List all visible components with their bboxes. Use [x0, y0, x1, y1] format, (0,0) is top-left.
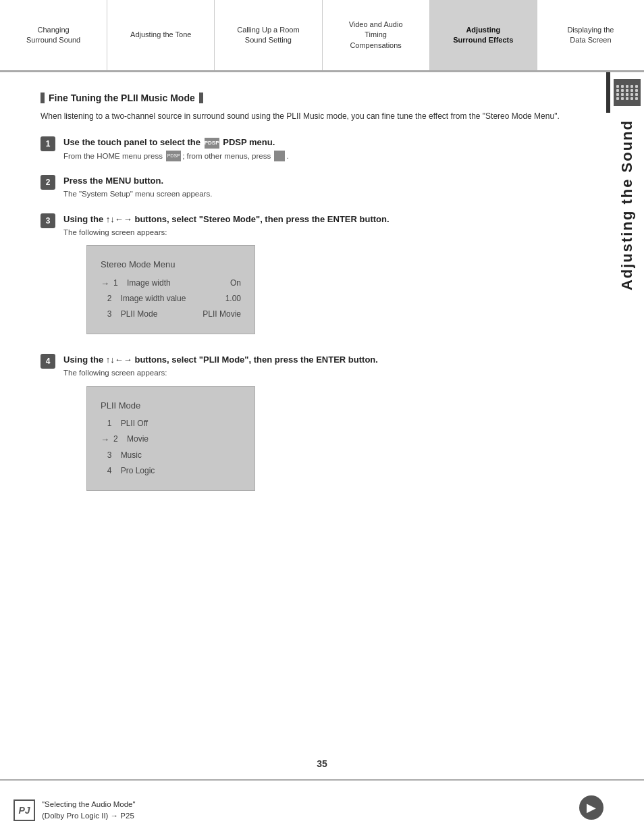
label-plii-2: Movie — [127, 432, 241, 447]
num-plii-1: 1 — [107, 417, 117, 431]
tab-adjusting-surround[interactable]: Adjusting Surround Effects — [430, 0, 537, 70]
step-3-sub: The following screen appears: — [63, 227, 603, 238]
label-plii-1: PLII Off — [121, 417, 241, 431]
value-2: 1.00 — [225, 292, 241, 307]
label-3: PLII Mode — [121, 307, 199, 322]
label-1: Image width — [127, 276, 226, 291]
screen-item-plii-1: 1 PLII Off — [101, 416, 241, 431]
step-1: 1 Use the touch panel to select the PDSP… — [41, 136, 603, 162]
step-1-main: Use the touch panel to select the PDSP P… — [63, 136, 603, 149]
step-4-sub: The following screen appears: — [63, 367, 603, 379]
arrow-3 — [101, 307, 103, 322]
top-navigation: Changing Surround Sound Adjusting the To… — [0, 0, 644, 72]
step-number-4: 4 — [41, 354, 55, 369]
tab-calling-room[interactable]: Calling Up a Room Sound Setting — [215, 0, 322, 70]
screen-item-1: → 1 Image width On — [101, 275, 241, 291]
num-2: 2 — [107, 292, 117, 307]
bottom-text: "Selecting the Audio Mode" (Dolby Pro Lo… — [42, 799, 136, 822]
screen-item-plii-3: 3 Music — [101, 448, 241, 463]
screen-item-3: 3 PLII Mode PLII Movie — [101, 307, 241, 322]
value-3: PLII Movie — [203, 307, 241, 322]
num-plii-4: 4 — [107, 464, 117, 479]
step-2: 2 Press the MENU button. The "System Set… — [41, 174, 603, 201]
screen-box-plii-mode: PLII Mode 1 PLII Off → 2 Movie 3 Music — [86, 386, 255, 491]
label-2: Image width value — [121, 292, 221, 307]
screen-item-2: 2 Image width value 1.00 — [101, 291, 241, 307]
pj-icon: PJ — [14, 799, 35, 821]
intro-text: When listening to a two-channel source i… — [41, 110, 603, 122]
step-1-sub: From the HOME menu press PDSP; from othe… — [63, 151, 603, 162]
num-plii-3: 3 — [107, 448, 117, 463]
tab-displaying-data[interactable]: Displaying the Data Screen — [537, 0, 644, 70]
step-number-1: 1 — [41, 136, 55, 151]
bottom-reference: PJ "Selecting the Audio Mode" (Dolby Pro… — [0, 792, 311, 829]
home-pdsp-icon: PDSP — [166, 151, 181, 161]
label-plii-4: Pro Logic — [121, 464, 241, 479]
bottom-bar: PJ "Selecting the Audio Mode" (Dolby Pro… — [0, 779, 644, 840]
step-number-2: 2 — [41, 175, 55, 190]
step-2-main: Press the MENU button. — [63, 174, 603, 188]
arrow-plii-1 — [101, 416, 103, 431]
screen-title-plii: PLII Mode — [101, 398, 241, 413]
arrow-1: → — [101, 275, 109, 291]
screen-box-stereo-mode: Stereo Mode Menu → 1 Image width On 2 Im… — [86, 245, 255, 334]
arrow-plii-2: → — [101, 431, 109, 447]
title-bar-right — [199, 93, 203, 103]
page-number: 35 — [317, 758, 327, 769]
step-number-3: 3 — [41, 213, 55, 228]
screen-item-plii-4: 4 Pro Logic — [101, 463, 241, 479]
value-1: On — [230, 276, 241, 291]
arrow-plii-4 — [101, 463, 103, 479]
step-2-content: Press the MENU button. The "System Setup… — [63, 174, 603, 201]
num-1: 1 — [113, 276, 123, 291]
screen-title-stereo: Stereo Mode Menu — [101, 257, 241, 272]
step-4: 4 Using the ↑↓←→ buttons, select "PLII M… — [41, 353, 603, 498]
arrow-plii-3 — [101, 448, 103, 463]
num-3: 3 — [107, 307, 117, 322]
tab-changing-surround[interactable]: Changing Surround Sound — [0, 0, 107, 70]
step-2-sub: The "System Setup" menu screen appears. — [63, 188, 603, 200]
step-3-content: Using the ↑↓←→ buttons, select "Stereo M… — [63, 213, 603, 341]
screen-item-plii-2: → 2 Movie — [101, 431, 241, 447]
main-content: Fine Tuning the PLII Music Mode When lis… — [0, 72, 644, 523]
title-bar-left — [41, 93, 45, 103]
menu-icon — [274, 151, 285, 161]
step-1-content: Use the touch panel to select the PDSP P… — [63, 136, 603, 162]
num-plii-2: 2 — [113, 432, 123, 447]
step-3-main: Using the ↑↓←→ buttons, select "Stereo M… — [63, 213, 603, 226]
tab-video-audio[interactable]: Video and Audio Timing Compensations — [323, 0, 430, 70]
tab-adjusting-tone[interactable]: Adjusting the Tone — [107, 0, 215, 70]
step-3: 3 Using the ↑↓←→ buttons, select "Stereo… — [41, 213, 603, 341]
step-4-content: Using the ↑↓←→ buttons, select "PLII Mod… — [63, 353, 603, 498]
label-plii-3: Music — [121, 448, 241, 463]
pdsp-icon: PDSP — [205, 138, 219, 149]
step-4-main: Using the ↑↓←→ buttons, select "PLII Mod… — [63, 353, 603, 367]
section-title: Fine Tuning the PLII Music Mode — [41, 93, 603, 103]
arrow-2 — [101, 291, 103, 307]
